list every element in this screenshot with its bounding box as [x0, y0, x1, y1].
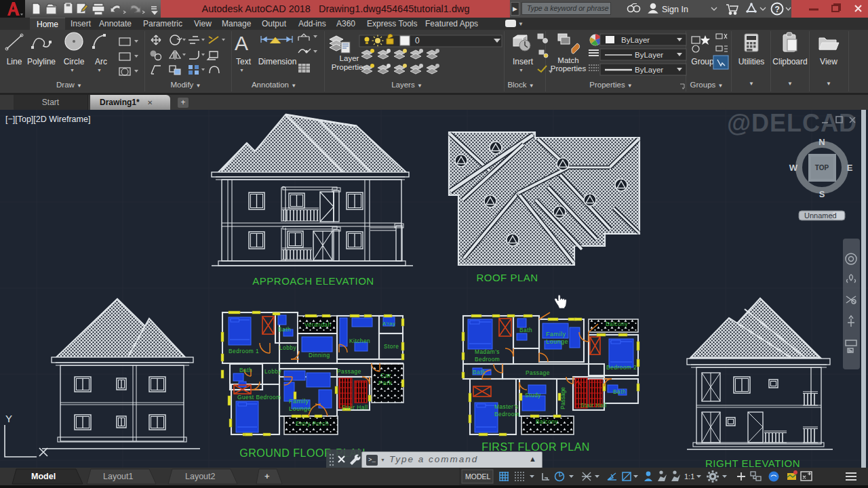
svg-text:Family: Family [289, 398, 309, 405]
svg-text:Lobby: Lobby [279, 344, 296, 351]
svg-text:Balcony: Balcony [606, 321, 628, 327]
svg-text:Madam’s: Madam’s [475, 348, 500, 355]
svg-text:Bath: Bath [519, 327, 532, 333]
svg-text:Passage: Passage [559, 387, 566, 409]
svg-text:Unnamed: Unnamed [804, 211, 837, 220]
svg-text:@DELCAD: @DELCAD [727, 110, 857, 137]
svg-text:W: W [789, 163, 798, 173]
svg-text:Bedroom 1: Bedroom 1 [229, 348, 259, 354]
svg-text:0: 0 [415, 36, 420, 45]
svg-text:Bath: Bath [613, 388, 626, 395]
svg-text:Passage: Passage [526, 369, 550, 376]
svg-text:Bedroom: Bedroom [475, 356, 500, 363]
svg-text:Verandah: Verandah [304, 321, 332, 328]
svg-text:Master’s: Master’s [494, 403, 519, 410]
svg-text:Bath: Bath [473, 369, 486, 375]
svg-text:Layout1: Layout1 [103, 472, 134, 481]
svg-text:Stair Hall: Stair Hall [342, 404, 368, 411]
svg-text:Bath: Bath [278, 326, 291, 333]
svg-text:Balcony: Balcony [536, 418, 558, 425]
svg-text:?: ? [775, 5, 780, 14]
svg-text:Layout2: Layout2 [185, 472, 216, 481]
svg-text:Park: Park [378, 380, 393, 386]
svg-text:ByLayer: ByLayer [621, 36, 650, 44]
svg-text:ByLayer: ByLayer [635, 51, 663, 59]
svg-text:+: + [264, 471, 270, 481]
svg-text:N: N [818, 137, 825, 147]
svg-text:RIGHT ELEVATION: RIGHT ELEVATION [705, 458, 800, 468]
svg-text:Car: Car [380, 372, 391, 379]
svg-text:Model: Model [31, 472, 56, 481]
svg-text:Sign In: Sign In [662, 5, 688, 14]
svg-text:Bedroom: Bedroom [494, 411, 519, 418]
svg-text:Kitchen: Kitchen [349, 338, 370, 344]
svg-text:Study: Study [525, 392, 541, 399]
svg-text:Family: Family [546, 331, 566, 338]
svg-text:Passage: Passage [337, 368, 361, 375]
svg-text:Guest Bedroom: Guest Bedroom [237, 394, 281, 401]
svg-text:MODEL: MODEL [465, 472, 491, 481]
svg-text:TOP: TOP [815, 164, 829, 171]
svg-text:Lobby: Lobby [264, 368, 281, 375]
svg-text:Entry Porch: Entry Porch [296, 420, 329, 427]
svg-text:Dinning: Dinning [309, 352, 330, 359]
svg-text:1:1: 1:1 [684, 472, 694, 481]
svg-text:APPROACH ELEVATION: APPROACH ELEVATION [252, 275, 374, 287]
svg-text:Bedroom 2: Bedroom 2 [606, 364, 637, 371]
svg-text:Lounge: Lounge [289, 405, 311, 412]
svg-text:A’ray: A’ray [382, 321, 395, 327]
svg-text:[−][Top][2D Wireframe]: [−][Top][2D Wireframe] [5, 115, 90, 124]
svg-text:Stair Hall: Stair Hall [580, 402, 607, 409]
svg-text:Y: Y [5, 413, 12, 424]
svg-text:S: S [819, 189, 825, 199]
svg-text:A: A [235, 32, 248, 54]
svg-text:Lounge: Lounge [546, 338, 568, 345]
svg-text:ByLayer: ByLayer [635, 66, 663, 74]
svg-text:E: E [847, 163, 853, 173]
svg-text:Store: Store [384, 343, 399, 350]
svg-text:Bath: Bath [239, 367, 252, 373]
svg-text:ROOF PLAN: ROOF PLAN [476, 272, 538, 283]
